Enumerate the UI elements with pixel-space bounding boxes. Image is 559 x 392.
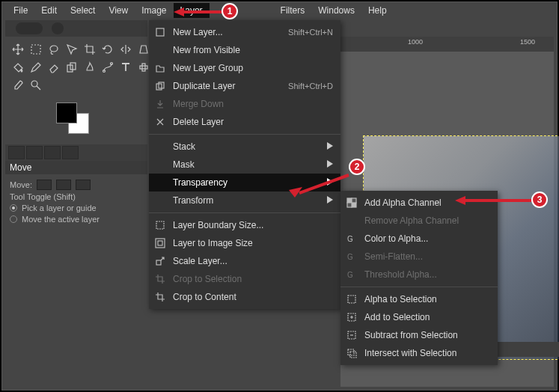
- svg-marker-33: [174, 7, 184, 16]
- menu-windows[interactable]: Windows: [311, 3, 361, 18]
- menu-separator: [149, 212, 340, 213]
- svg-rect-30: [348, 349, 354, 355]
- svg-line-34: [299, 175, 349, 193]
- dock-tab[interactable]: [62, 146, 79, 159]
- menu-new-layer[interactable]: New Layer...Shift+Ctrl+N: [149, 23, 340, 41]
- menu-scale-layer[interactable]: Scale Layer...: [149, 252, 340, 270]
- menubar: File Edit Select View Image Layer Filter…: [2, 2, 557, 19]
- move-mode-path-icon[interactable]: [76, 180, 91, 190]
- flip-icon[interactable]: [117, 41, 134, 58]
- annotation-arrow-2: [284, 172, 352, 197]
- ruler-horizontal: 1000 1500: [340, 37, 554, 52]
- menu-threshold-alpha: GThreshold Alpha...: [340, 266, 498, 284]
- gegl-icon: G: [345, 233, 358, 245]
- ruler-tick: 1500: [520, 38, 535, 46]
- selection-add-icon: [345, 311, 358, 323]
- rect-select-icon[interactable]: [28, 41, 44, 58]
- ruler-tick: 1000: [408, 38, 423, 46]
- menu-delete-layer[interactable]: Delete Layer: [149, 113, 340, 131]
- crop-icon[interactable]: [82, 41, 98, 58]
- layer-group-icon: [153, 62, 167, 74]
- selection-replace-icon: [345, 293, 358, 305]
- menu-alpha-to-selection[interactable]: Alpha to Selection: [340, 290, 498, 308]
- annotation-badge-3: 3: [531, 192, 548, 208]
- radio-move-active-label: Move the active layer: [22, 215, 100, 224]
- svg-rect-0: [31, 45, 40, 54]
- move-mode-selection-icon[interactable]: [56, 180, 71, 190]
- menu-boundary-size[interactable]: Layer Boundary Size...: [149, 216, 340, 234]
- move-tool-icon[interactable]: [10, 41, 26, 58]
- duplicate-icon: [153, 80, 167, 92]
- svg-text:G: G: [347, 271, 353, 279]
- menu-view[interactable]: View: [102, 3, 135, 18]
- menu-layer-to-image[interactable]: Layer to Image Size: [149, 234, 340, 252]
- toolbox: Move Move: Tool Toggle (Shift) Pick a la…: [5, 20, 147, 229]
- menu-file[interactable]: File: [7, 3, 34, 18]
- menu-duplicate-layer[interactable]: Duplicate LayerShift+Ctrl+D: [149, 77, 340, 95]
- layer-menu-dropdown: New Layer...Shift+Ctrl+N New from Visibl…: [149, 20, 340, 309]
- text-icon[interactable]: [117, 59, 134, 76]
- pencil-icon[interactable]: [28, 59, 44, 76]
- eraser-icon[interactable]: [46, 59, 62, 76]
- menu-crop-to-content[interactable]: Crop to Content: [149, 288, 340, 306]
- gegl-icon: G: [345, 251, 358, 263]
- dock-tab[interactable]: [8, 146, 25, 159]
- menu-select[interactable]: Select: [64, 3, 102, 18]
- fg-color-swatch[interactable]: [56, 102, 77, 123]
- menu-new-from-visible[interactable]: New from Visible: [149, 41, 340, 59]
- menu-add-to-selection[interactable]: Add to Selection: [340, 308, 498, 326]
- menu-separator: [340, 287, 498, 287]
- svg-rect-18: [158, 241, 162, 245]
- color-swatches[interactable]: [56, 102, 95, 138]
- fuzzy-select-icon[interactable]: [64, 41, 80, 58]
- new-layer-icon: [153, 26, 167, 38]
- zoom-icon[interactable]: [28, 77, 44, 94]
- dock-tab[interactable]: [26, 146, 43, 159]
- svg-marker-37: [455, 196, 465, 205]
- radio-move-active[interactable]: [10, 215, 17, 223]
- path-icon[interactable]: [100, 59, 116, 76]
- gegl-icon: G: [345, 269, 358, 281]
- svg-rect-6: [140, 66, 147, 69]
- annotation-arrow-1: [171, 4, 226, 19]
- svg-text:G: G: [347, 235, 353, 243]
- menu-crop-to-selection: Crop to Selection: [149, 270, 340, 288]
- smudge-icon[interactable]: [82, 59, 98, 76]
- svg-marker-12: [327, 142, 333, 150]
- dropper-icon[interactable]: [10, 77, 26, 94]
- menu-stack[interactable]: Stack: [149, 138, 340, 156]
- menu-color-to-alpha[interactable]: GColor to Alpha...: [340, 230, 498, 248]
- menu-image[interactable]: Image: [135, 3, 173, 18]
- bucket-icon[interactable]: [10, 59, 26, 76]
- clone-icon[interactable]: [64, 59, 80, 76]
- menu-filters[interactable]: Filters: [274, 3, 312, 18]
- dock-tabs: [5, 144, 147, 161]
- menu-help[interactable]: Help: [361, 3, 394, 18]
- svg-text:G: G: [347, 253, 353, 261]
- svg-point-1: [50, 46, 58, 52]
- menu-edit[interactable]: Edit: [34, 3, 64, 18]
- menu-remove-alpha: Remove Alpha Channel: [340, 212, 498, 230]
- annotation-badge-1: 1: [222, 3, 238, 19]
- move-mode-layer-icon[interactable]: [37, 180, 52, 190]
- selection-intersect-icon: [345, 347, 358, 359]
- annotation-badge-2: 2: [349, 159, 365, 175]
- menu-mask[interactable]: Mask: [149, 156, 340, 174]
- tool-toggle-label: Tool Toggle (Shift): [10, 192, 143, 201]
- crop-icon: [153, 273, 167, 285]
- delete-icon: [153, 116, 167, 128]
- svg-rect-22: [352, 198, 356, 203]
- menu-new-layer-group[interactable]: New Layer Group: [149, 59, 340, 77]
- chevron-right-icon: [327, 141, 333, 152]
- radio-pick-layer[interactable]: [10, 204, 17, 212]
- lasso-icon[interactable]: [46, 41, 62, 58]
- scale-icon: [153, 255, 167, 267]
- rotate-icon[interactable]: [100, 41, 116, 58]
- svg-rect-20: [347, 198, 352, 203]
- tool-options: Move: Tool Toggle (Shift) Pick a layer o…: [5, 174, 147, 229]
- dock-tab[interactable]: [44, 146, 61, 159]
- menu-intersect-selection[interactable]: Intersect with Selection: [340, 344, 498, 362]
- crop-content-icon: [153, 291, 167, 303]
- transparency-submenu: Add Alpha Channel Remove Alpha Channel G…: [340, 191, 498, 365]
- menu-subtract-from-selection[interactable]: Subtract from Selection: [340, 326, 498, 344]
